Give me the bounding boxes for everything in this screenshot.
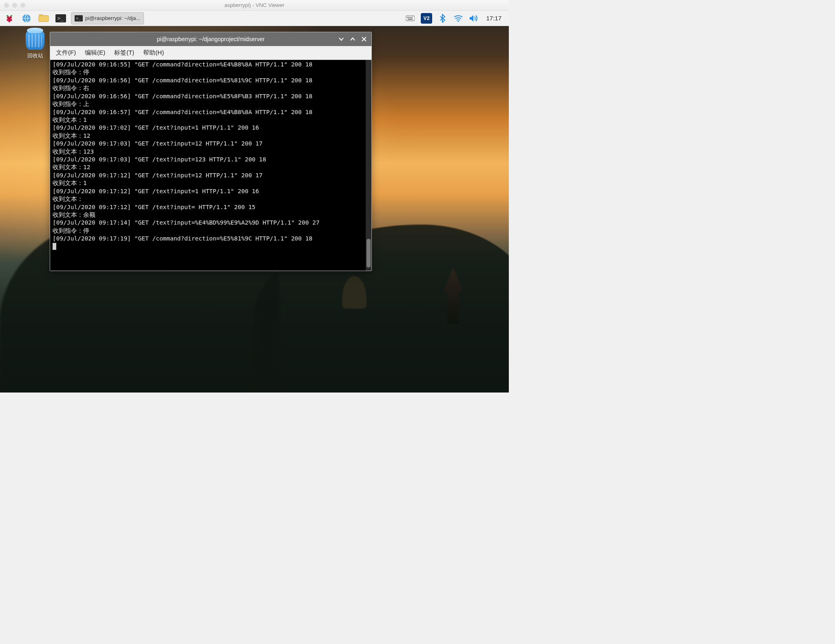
terminal-output: [09/Jul/2020 09:16:55] "GET /command?dir…	[53, 61, 368, 243]
vnc-badge-label: V2	[421, 13, 432, 24]
svg-rect-15	[408, 17, 409, 18]
tray: V2 17:17	[405, 12, 506, 24]
terminal-menubar: 文件(F) 编辑(E) 标签(T) 帮助(H)	[50, 46, 371, 60]
host-window-title: aspberrypi) - VNC Viewer	[0, 2, 509, 8]
wifi-icon[interactable]	[453, 12, 463, 24]
scrollbar[interactable]	[366, 60, 371, 271]
clock[interactable]: 17:17	[484, 15, 503, 22]
menu-tabs[interactable]: 标签(T)	[114, 49, 134, 57]
terminal-icon[interactable]: >_	[54, 12, 68, 24]
svg-rect-19	[408, 19, 413, 20]
svg-text:>_: >_	[57, 15, 64, 21]
cursor-icon	[53, 243, 56, 250]
terminal-icon: >_	[75, 15, 83, 22]
taskbar: >_ >_ pi@raspberrypi: ~/dja... V2 17:17	[0, 11, 509, 26]
svg-rect-7	[39, 15, 49, 22]
taskbar-entry-terminal[interactable]: >_ pi@raspberrypi: ~/dja...	[71, 12, 144, 24]
zoom-dot[interactable]	[20, 3, 25, 8]
desktop-icon-label: 回收站	[20, 52, 51, 60]
terminal-body[interactable]: [09/Jul/2020 09:16:55] "GET /command?dir…	[50, 60, 371, 271]
desktop-icon-recycle-bin[interactable]: 回收站	[20, 32, 51, 60]
sound-icon[interactable]	[469, 12, 479, 24]
bluetooth-icon[interactable]	[438, 12, 448, 24]
trash-icon	[26, 32, 44, 50]
close-button[interactable]	[359, 34, 369, 44]
svg-point-5	[8, 20, 10, 22]
terminal-titlebar[interactable]: pi@raspberrypi: ~/djangoproject/midserve…	[50, 32, 371, 46]
svg-rect-13	[406, 16, 415, 21]
minimize-dot[interactable]	[12, 3, 17, 8]
terminal-title: pi@raspberrypi: ~/djangoproject/midserve…	[53, 36, 368, 42]
svg-rect-18	[412, 17, 413, 18]
svg-point-20	[458, 21, 459, 22]
scrollbar-thumb[interactable]	[367, 239, 371, 267]
web-browser-icon[interactable]	[20, 12, 33, 24]
minimize-button[interactable]	[336, 34, 346, 44]
terminal-window: pi@raspberrypi: ~/djangoproject/midserve…	[50, 32, 372, 271]
svg-rect-16	[409, 17, 410, 18]
menu-edit[interactable]: 编辑(E)	[85, 49, 105, 57]
traffic-lights	[4, 3, 25, 8]
svg-rect-8	[39, 14, 43, 16]
svg-rect-17	[411, 17, 411, 18]
taskbar-entry-label: pi@raspberrypi: ~/dja...	[85, 15, 140, 21]
vnc-tray-icon[interactable]: V2	[421, 12, 432, 24]
keyboard-icon[interactable]	[405, 12, 415, 24]
menu-file[interactable]: 文件(F)	[56, 49, 76, 57]
svg-text:>_: >_	[76, 16, 81, 20]
raspberry-menu-icon[interactable]	[2, 12, 16, 24]
remote-desktop: >_ >_ pi@raspberrypi: ~/dja... V2 17:17	[0, 11, 509, 393]
maximize-button[interactable]	[348, 34, 358, 44]
svg-rect-14	[407, 17, 408, 18]
menu-help[interactable]: 帮助(H)	[143, 49, 164, 57]
host-titlebar: aspberrypi) - VNC Viewer	[0, 0, 509, 11]
close-dot[interactable]	[4, 3, 9, 8]
file-manager-icon[interactable]	[37, 12, 51, 24]
